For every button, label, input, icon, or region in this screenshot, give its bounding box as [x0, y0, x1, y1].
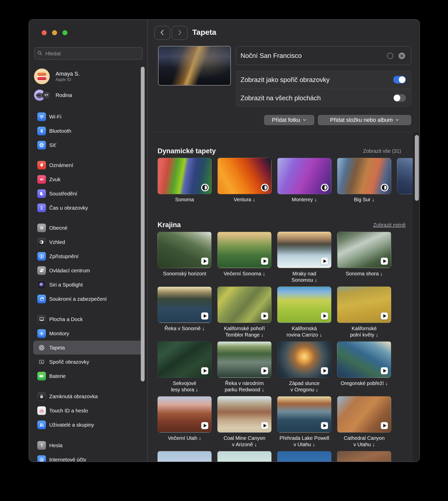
page-title: Tapeta	[192, 28, 216, 37]
wallpaper-thumbnail[interactable]	[277, 451, 331, 462]
wallpaper-thumbnail[interactable]	[277, 396, 331, 432]
sidebar-item-key[interactable]: Hesla	[33, 438, 143, 452]
sidebar-item-fingerprint[interactable]: Touch ID a heslo	[33, 404, 143, 418]
sidebar-item-lock[interactable]: Zamknutá obrazovka	[33, 389, 143, 403]
forward-button[interactable]	[172, 26, 187, 40]
video-play-badge-icon	[381, 367, 388, 374]
sidebar-item-users[interactable]: Uživatelé a skupiny	[33, 418, 143, 432]
sidebar-scrollbar[interactable]	[141, 67, 145, 381]
sidebar-item-gear[interactable]: Obecné	[33, 221, 143, 235]
wallpaper-thumbnail[interactable]	[337, 451, 391, 462]
minimize-window-button[interactable]	[52, 30, 57, 35]
sidebar-item-flower[interactable]: Tapeta	[33, 341, 143, 355]
sidebar-item-contrast[interactable]: Vzhled	[33, 235, 143, 249]
sidebar-item-label: Plocha a Dock	[49, 316, 83, 322]
globe-icon	[37, 141, 46, 149]
apple-id-subtitle: Apple ID	[56, 77, 80, 82]
current-wallpaper-preview[interactable]	[158, 46, 231, 86]
wallpaper-thumbnail-label: Oregonské pobřeží ↓	[337, 380, 391, 387]
sidebar-item-at[interactable]: Internetové účty	[33, 453, 143, 462]
sidebar-item-label: Síť	[49, 142, 56, 148]
wallpaper-thumbnail[interactable]	[337, 232, 391, 268]
add-folder-or-album-button[interactable]: Přidat složku nebo album	[318, 115, 411, 125]
wallpaper-thumbnail[interactable]	[217, 451, 271, 462]
wallpaper-thumbnail[interactable]	[217, 232, 271, 268]
sidebar-item-hand[interactable]: Soukromí a zabezpečení	[33, 292, 143, 306]
ring-icon[interactable]	[387, 53, 393, 59]
video-play-badge-icon	[381, 258, 388, 265]
wallpaper-thumbnail[interactable]	[277, 287, 331, 323]
sidebar-item-apple-id[interactable]: Amaya S. Apple ID	[34, 69, 143, 84]
sidebar-item-label: Oznámení	[49, 162, 73, 168]
sidebar-item-sun[interactable]: Monitory	[33, 326, 143, 340]
all-spaces-toggle-row: Zobrazit na všech plochách	[236, 89, 411, 107]
wallpaper-thumbnail[interactable]	[217, 341, 271, 378]
video-play-badge-icon	[261, 367, 268, 374]
sidebar-item-hourglass[interactable]: Čas u obrazovky	[33, 201, 143, 215]
wallpaper-thumbnail[interactable]	[277, 341, 331, 378]
dynamic-wallpaper-badge-icon	[321, 184, 329, 191]
screensaver-toggle-row: Zobrazit jako spořič obrazovky	[236, 71, 411, 89]
show-less-link[interactable]: Zobrazit méně	[373, 222, 406, 228]
video-play-badge-icon	[201, 258, 208, 265]
search-field[interactable]	[34, 47, 143, 60]
wallpaper-thumbnail[interactable]	[217, 396, 271, 432]
users-icon	[37, 421, 46, 429]
wallpaper-thumbnail[interactable]	[277, 158, 331, 194]
gear-icon	[37, 224, 46, 232]
wallpaper-thumbnail[interactable]	[158, 451, 212, 462]
back-button[interactable]	[154, 26, 170, 40]
wallpaper-thumbnail[interactable]	[217, 158, 271, 194]
video-play-badge-icon	[201, 422, 208, 429]
wallpaper-thumbnail-label: Večerní Sonoma ↓	[217, 271, 271, 277]
chevron-down-icon	[303, 117, 306, 123]
sidebar-item-moon[interactable]: Soustředění	[33, 187, 143, 201]
wallpaper-thumbnail[interactable]	[337, 287, 391, 323]
screensaver-toggle[interactable]	[393, 76, 406, 84]
sidebar-item-wifi[interactable]: Wi-Fi	[33, 110, 143, 124]
wallpaper-thumbnail[interactable]	[158, 287, 212, 323]
wallpaper-thumbnail[interactable]	[158, 232, 212, 268]
show-all-link[interactable]: Zobrazit vše (31)	[363, 148, 401, 154]
wallpaper-thumbnail[interactable]	[277, 232, 331, 268]
wallpaper-thumbnail-label: Monterey ↓	[277, 196, 331, 203]
sidebar-item-label: Baterie	[49, 373, 66, 379]
sidebar-item-label: Spořič obrazovky	[49, 359, 89, 365]
sidebar-item-bell[interactable]: Oznámení	[33, 158, 143, 172]
wallpaper-thumbnail[interactable]	[337, 396, 391, 432]
sidebar-item-accessibility[interactable]: Zpřístupnění	[33, 249, 143, 263]
flower-icon	[37, 343, 46, 352]
wifi-icon	[37, 112, 46, 121]
sidebar-item-battery[interactable]: Baterie	[33, 369, 143, 383]
video-play-badge-icon	[381, 312, 388, 320]
sidebar-item-bluetooth[interactable]: Bluetooth	[33, 124, 143, 138]
wallpaper-name-field[interactable]: Noční San Francisco	[236, 46, 411, 65]
video-play-badge-icon	[321, 258, 328, 265]
sidebar-item-globe[interactable]: Síť	[33, 138, 143, 152]
all-spaces-toggle[interactable]	[393, 94, 406, 102]
search-input[interactable]	[45, 50, 139, 57]
wallpaper-thumbnail[interactable]	[158, 158, 212, 194]
sidebar-item-dock[interactable]: Plocha a Dock	[33, 312, 143, 326]
clear-icon[interactable]	[399, 53, 405, 59]
wallpaper-thumbnail[interactable]	[337, 158, 391, 194]
add-photo-button[interactable]: Přidat fotku	[264, 115, 314, 125]
content-scrollbar[interactable]	[415, 135, 419, 201]
wallpaper-thumbnail[interactable]	[217, 287, 271, 323]
wallpaper-thumbnail[interactable]	[158, 396, 212, 432]
close-window-button[interactable]	[42, 30, 47, 35]
sidebar-item-speaker[interactable]: Zvuk	[33, 172, 143, 186]
sidebar-item-screensaver[interactable]: Spořič obrazovky	[33, 355, 143, 369]
wallpaper-thumbnail-label: Řeka v národním parku Redwood ↓	[217, 380, 271, 393]
sidebar-item-siri[interactable]: Siri a Spotlight	[33, 278, 143, 292]
sidebar-item-family[interactable]: VT Rodina	[34, 90, 143, 101]
screensaver-icon	[37, 358, 46, 366]
dynamic-wallpaper-badge-icon	[381, 184, 388, 191]
sidebar-item-toggles[interactable]: Ovládací centrum	[33, 263, 143, 277]
sidebar: Amaya S. Apple ID VT Rodina Wi-FiBluetoo…	[29, 20, 147, 462]
video-play-badge-icon	[261, 312, 268, 320]
family-badge: VT	[42, 91, 51, 99]
wallpaper-thumbnail[interactable]	[337, 341, 391, 378]
zoom-window-button[interactable]	[62, 30, 67, 35]
wallpaper-thumbnail[interactable]	[158, 341, 212, 378]
